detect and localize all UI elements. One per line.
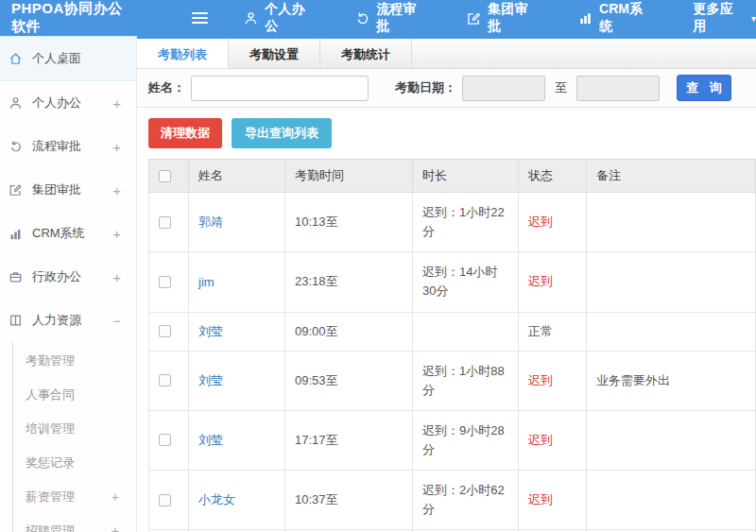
expand-plus-icon[interactable]: + <box>112 139 125 155</box>
sidebar-subitem-reward-punishment[interactable]: 奖惩记录 <box>13 446 136 480</box>
tab-attendance-settings[interactable]: 考勤设置 <box>229 39 320 68</box>
sidebar-item-human-resources[interactable]: 人力资源 − <box>0 299 136 342</box>
attendance-table: 姓名 考勤时间 时长 状态 备注 郭靖 10:13至 迟到：1小时22分 <box>148 159 756 532</box>
sidebar-subitem-recruit-mgmt[interactable]: 招聘管理+ <box>13 514 136 532</box>
col-duration: 时长 <box>413 160 519 193</box>
menu-toggle-icon[interactable] <box>192 9 208 26</box>
tab-bar: 考勤列表 考勤设置 考勤统计 <box>137 39 756 69</box>
book-icon <box>9 314 25 328</box>
sidebar-item-group-approval[interactable]: 集团审批 + <box>0 168 136 212</box>
nav-personal-office[interactable]: 个人办公 <box>244 1 314 35</box>
expand-plus-icon[interactable]: + <box>112 523 127 532</box>
col-time: 考勤时间 <box>285 160 413 193</box>
row-checkbox[interactable] <box>159 276 171 288</box>
row-checkbox[interactable] <box>159 325 171 337</box>
employee-name-link[interactable]: 刘莹 <box>198 433 223 447</box>
main-content: 考勤列表 考勤设置 考勤统计 姓名： 考勤日期： 至 查 询 清理数据 导出查询… <box>137 36 756 532</box>
hr-submenu: 考勤管理 人事合同 培训管理 奖惩记录 薪资管理+ 招聘管理+ <box>12 342 136 532</box>
edit-icon <box>467 11 481 26</box>
briefcase-icon <box>9 270 25 284</box>
flow-icon <box>9 140 25 154</box>
sidebar-item-personal-office[interactable]: 个人办公 + <box>0 81 136 125</box>
table-header-row: 姓名 考勤时间 时长 状态 备注 <box>149 160 756 193</box>
employee-name-link[interactable]: 郭靖 <box>198 215 223 229</box>
table-row: 刘莹 17:17至 迟到：9小时28分 迟到 <box>149 410 756 470</box>
date-from-input[interactable] <box>462 76 545 101</box>
home-icon <box>9 52 25 66</box>
tab-attendance-stats[interactable]: 考勤统计 <box>320 39 412 68</box>
sidebar-item-admin-office[interactable]: 行政办公 + <box>0 255 136 299</box>
nav-workflow-approval[interactable]: 流程审批 <box>355 1 425 35</box>
employee-name-link[interactable]: 刘莹 <box>198 324 223 338</box>
bar-chart-icon <box>578 11 593 25</box>
expand-plus-icon[interactable]: + <box>112 226 125 242</box>
clean-data-button[interactable]: 清理数据 <box>148 118 222 148</box>
sidebar-subitem-training-mgmt[interactable]: 培训管理 <box>13 412 136 446</box>
sidebar-subitem-salary-mgmt[interactable]: 薪资管理+ <box>13 480 136 514</box>
table-row: 刘莹 09:00至 正常 <box>149 312 756 351</box>
expand-plus-icon[interactable]: + <box>112 489 127 505</box>
table-row: jim 23:18至 迟到：14小时30分 迟到 <box>149 252 756 312</box>
search-button[interactable]: 查 询 <box>677 75 731 101</box>
expand-plus-icon[interactable]: + <box>112 95 125 112</box>
status-badge: 迟到 <box>519 193 587 252</box>
date-label: 考勤日期： <box>395 79 456 96</box>
col-name: 姓名 <box>189 160 285 193</box>
row-checkbox[interactable] <box>159 216 171 229</box>
app-window: PHPOA协同办公软件 个人办公 流程审批 集团审批 CRM系统 更多应用 ▾ <box>0 0 756 532</box>
nav-group-approval[interactable]: 集团审批 <box>467 1 537 35</box>
tab-attendance-list[interactable]: 考勤列表 <box>137 39 229 68</box>
sidebar-item-workflow-approval[interactable]: 流程审批 + <box>0 125 136 168</box>
table-row: 刘莹 09:53至 迟到：1小时88分 迟到 业务需要外出 <box>149 351 756 410</box>
top-navbar: PHPOA协同办公软件 个人办公 流程审批 集团审批 CRM系统 更多应用 ▾ <box>0 0 756 36</box>
status-badge: 正常 <box>519 312 587 351</box>
caret-down-icon: ▾ <box>751 13 756 24</box>
nav-crm-system[interactable]: CRM系统 <box>578 1 652 35</box>
filter-bar: 姓名： 考勤日期： 至 查 询 <box>137 69 756 108</box>
date-to-input[interactable] <box>576 76 660 101</box>
user-icon <box>244 11 258 26</box>
sidebar-subitem-hr-contract[interactable]: 人事合同 <box>13 378 136 412</box>
name-input[interactable] <box>191 76 369 101</box>
export-list-button[interactable]: 导出查询列表 <box>232 118 332 148</box>
table-row: 小龙女 10:37至 迟到：2小时62分 迟到 <box>149 471 756 530</box>
expand-plus-icon[interactable]: + <box>112 182 125 198</box>
app-logo: PHPOA协同办公软件 <box>0 0 137 36</box>
user-icon <box>9 96 25 111</box>
row-checkbox[interactable] <box>159 494 171 506</box>
status-badge: 迟到 <box>519 471 587 530</box>
employee-name-link[interactable]: jim <box>198 275 215 289</box>
status-badge: 迟到 <box>519 351 587 410</box>
action-bar: 清理数据 导出查询列表 <box>137 108 756 159</box>
flow-icon <box>355 11 369 26</box>
expand-plus-icon[interactable]: + <box>112 269 125 285</box>
name-label: 姓名： <box>148 79 185 96</box>
edit-icon <box>9 183 25 197</box>
col-status: 状态 <box>519 160 587 193</box>
col-note: 备注 <box>587 160 756 193</box>
employee-name-link[interactable]: 刘莹 <box>198 373 223 387</box>
attendance-table-wrap: 姓名 考勤时间 时长 状态 备注 郭靖 10:13至 迟到：1小时22分 <box>137 159 756 532</box>
employee-name-link[interactable]: 小龙女 <box>198 492 235 506</box>
select-all-checkbox[interactable] <box>159 170 171 182</box>
sidebar-item-crm-system[interactable]: CRM系统 + <box>0 212 136 255</box>
date-to-separator: 至 <box>555 79 567 96</box>
collapse-minus-icon[interactable]: − <box>112 313 125 329</box>
row-checkbox[interactable] <box>159 374 171 386</box>
status-badge: 迟到 <box>519 410 587 470</box>
nav-more-apps[interactable]: 更多应用 ▾ <box>694 1 756 35</box>
bar-chart-icon <box>9 227 25 241</box>
status-badge: 迟到 <box>519 252 587 312</box>
table-row: 郭靖 10:13至 迟到：1小时22分 迟到 <box>149 193 756 252</box>
row-checkbox[interactable] <box>159 434 171 446</box>
sidebar: 个人桌面 个人办公 + 流程审批 + 集团审批 + CRM系统 + <box>0 36 137 532</box>
sidebar-item-personal-desktop[interactable]: 个人桌面 <box>0 36 136 81</box>
sidebar-subitem-attendance-mgmt[interactable]: 考勤管理 <box>13 344 136 378</box>
